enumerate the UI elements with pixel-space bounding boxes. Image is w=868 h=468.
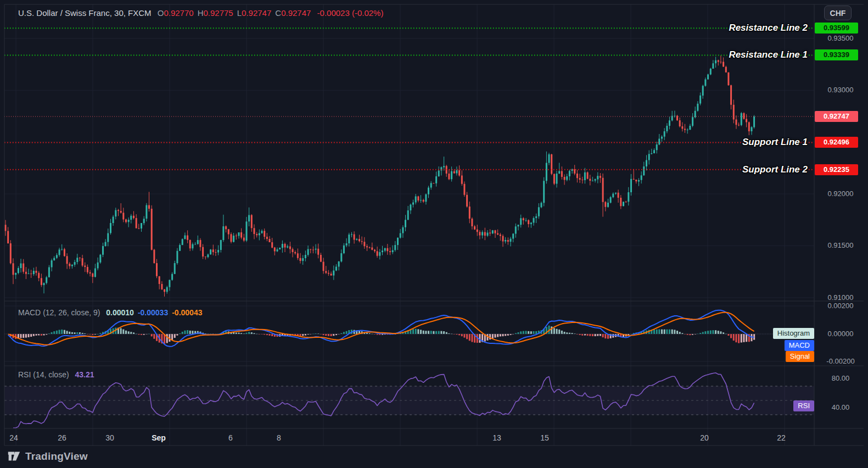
tradingview-logo-icon [7, 449, 21, 463]
currency-button[interactable]: CHF [824, 5, 852, 20]
tradingview-logo[interactable]: TradingView [7, 449, 88, 463]
tradingview-logo-text: TradingView [25, 450, 88, 463]
chart-canvas[interactable] [0, 0, 868, 468]
chart-root: U.S. Dollar / Swiss Franc, 30, FXCM O0.9… [0, 0, 868, 468]
